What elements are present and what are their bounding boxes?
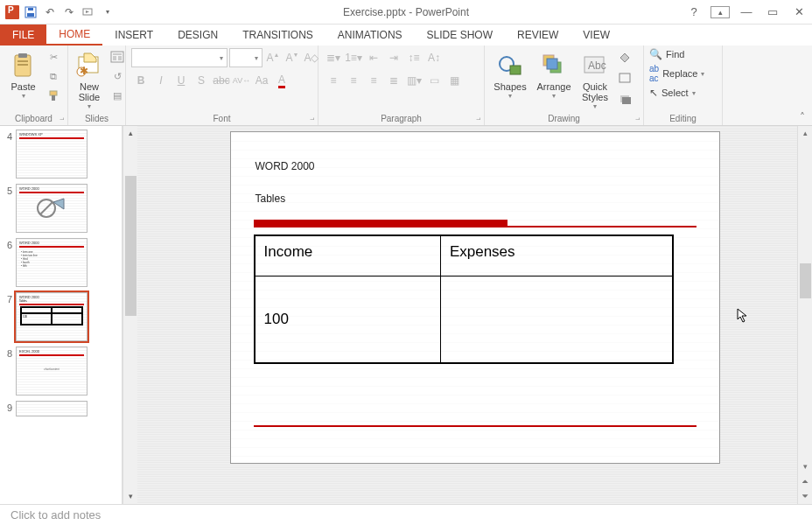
new-slide-button[interactable]: ✱ New Slide ▾: [74, 48, 105, 112]
reset-icon[interactable]: ↺: [108, 67, 126, 85]
thumb-slide-4[interactable]: WINDOWS XP: [16, 130, 88, 178]
minimize-icon[interactable]: —: [737, 5, 756, 18]
bullets-icon[interactable]: ≣▾: [324, 48, 343, 67]
replace-label: Replace: [662, 68, 697, 79]
find-button[interactable]: 🔍Find: [649, 48, 704, 60]
tab-insert[interactable]: INSERT: [102, 24, 165, 46]
thumbs-scrollbar[interactable]: ▴ ▾: [122, 126, 137, 504]
scroll-down-icon[interactable]: ▾: [123, 489, 137, 504]
layout-icon[interactable]: [108, 48, 126, 66]
tab-view[interactable]: VIEW: [570, 24, 622, 46]
scroll-up-icon[interactable]: ▴: [123, 126, 137, 141]
powerpoint-icon: [5, 5, 19, 19]
mini-title: WORD 2000: [17, 239, 87, 245]
scrollbar-thumb[interactable]: [800, 263, 811, 298]
ribbon-options-icon[interactable]: ▴: [710, 6, 730, 18]
tab-home[interactable]: HOME: [46, 24, 102, 46]
start-from-beginning-icon[interactable]: [80, 4, 96, 20]
prev-slide-icon[interactable]: ⏶: [798, 474, 812, 489]
change-case-icon[interactable]: Aa: [252, 71, 271, 90]
thumb-row-9: 9: [2, 401, 120, 416]
numbering-icon[interactable]: 1≡▾: [344, 48, 363, 67]
group-label-paragraph: Paragraph: [324, 113, 479, 123]
font-size-combo[interactable]: [229, 48, 262, 67]
save-icon[interactable]: [23, 4, 38, 20]
quick-styles-label: Quick Styles: [582, 81, 608, 102]
notes-pane[interactable]: Click to add notes: [0, 504, 812, 525]
cell-income-header[interactable]: Income: [255, 235, 441, 276]
restore-icon[interactable]: ▭: [763, 5, 782, 18]
increase-indent-icon[interactable]: ⇥: [384, 48, 403, 67]
format-painter-icon[interactable]: [45, 87, 62, 104]
decrease-font-icon[interactable]: A▼: [284, 52, 301, 64]
editor-scrollbar[interactable]: ▴ ▾ ⏶ ⏷: [797, 126, 812, 504]
shapes-button[interactable]: Shapes▾: [490, 48, 530, 102]
quick-styles-button[interactable]: Abc Quick Styles▾: [578, 48, 612, 112]
shape-fill-icon[interactable]: [616, 48, 634, 66]
thumb-slide-8[interactable]: EXCEL 2000chart/content: [16, 346, 88, 396]
close-icon[interactable]: ✕: [789, 5, 808, 18]
shape-outline-icon[interactable]: [616, 69, 634, 87]
italic-icon[interactable]: I: [151, 71, 171, 90]
copy-icon[interactable]: ⧉: [45, 67, 62, 85]
cell-expenses-header[interactable]: Expenses: [440, 235, 672, 276]
arrange-button[interactable]: Arrange▾: [534, 48, 574, 102]
cut-icon[interactable]: ✂: [45, 48, 62, 66]
align-center-icon[interactable]: ≡: [344, 71, 363, 90]
text-direction-icon[interactable]: A↕: [424, 48, 444, 67]
scroll-up-icon[interactable]: ▴: [798, 126, 812, 141]
slide-table[interactable]: Income Expenses 100: [254, 234, 674, 364]
shape-effects-icon[interactable]: [616, 90, 634, 108]
thumb-slide-9[interactable]: [16, 401, 88, 416]
shadow-icon[interactable]: S: [192, 71, 211, 90]
scrollbar-thumb[interactable]: [125, 176, 136, 316]
svg-rect-21: [547, 59, 557, 69]
select-label: Select: [662, 88, 689, 98]
tab-slideshow[interactable]: SLIDE SHOW: [415, 24, 505, 46]
qat-more-icon[interactable]: ▾: [100, 4, 116, 20]
tab-review[interactable]: REVIEW: [505, 24, 570, 46]
section-icon[interactable]: ▤: [108, 87, 126, 104]
font-family-combo[interactable]: [131, 48, 228, 67]
strikethrough-icon[interactable]: abc: [212, 71, 231, 90]
tab-animations[interactable]: ANIMATIONS: [326, 24, 415, 46]
current-slide[interactable]: WORD 2000 Tables Income Expenses 100: [230, 131, 720, 464]
thumb-slide-6[interactable]: WORD 2000 • item one• item two line• thi…: [16, 238, 88, 287]
align-text-icon[interactable]: ▭: [424, 71, 444, 90]
clear-formatting-icon[interactable]: A◇: [303, 52, 320, 64]
tab-design[interactable]: DESIGN: [165, 24, 230, 46]
select-button[interactable]: ↖Select▾: [649, 87, 704, 99]
mini-title: EXCEL 2000: [17, 347, 87, 354]
slide-title[interactable]: WORD 2000 Tables: [231, 132, 719, 216]
tab-file[interactable]: FILE: [0, 24, 46, 46]
paste-button[interactable]: Paste ▾: [5, 48, 41, 102]
line-spacing-icon[interactable]: ↕≡: [404, 48, 424, 67]
svg-rect-8: [50, 91, 57, 95]
find-icon: 🔍: [649, 48, 662, 60]
tab-transitions[interactable]: TRANSITIONS: [230, 24, 326, 46]
justify-icon[interactable]: ≣: [384, 71, 403, 90]
smartart-icon[interactable]: ▦: [444, 71, 464, 90]
char-spacing-icon[interactable]: AV↔: [232, 71, 251, 90]
font-color-icon[interactable]: A: [272, 71, 291, 90]
thumb-num: 6: [2, 238, 12, 250]
redo-icon[interactable]: ↷: [61, 4, 77, 20]
svg-rect-6: [18, 60, 28, 62]
thumb-num: 4: [2, 130, 12, 142]
underline-icon[interactable]: U: [172, 71, 191, 90]
undo-icon[interactable]: ↶: [42, 4, 58, 20]
increase-font-icon[interactable]: A▲: [264, 52, 282, 64]
cell-income-value[interactable]: 100: [255, 276, 441, 363]
columns-icon[interactable]: ▥▾: [404, 71, 424, 90]
thumb-slide-5[interactable]: WORD 2000: [16, 184, 88, 233]
bold-icon[interactable]: B: [131, 71, 150, 90]
thumb-slide-7[interactable]: WORD 2000Tables 100: [16, 292, 88, 341]
cell-expenses-value[interactable]: [440, 276, 672, 363]
decrease-indent-icon[interactable]: ⇤: [364, 48, 383, 67]
scroll-down-icon[interactable]: ▾: [798, 459, 812, 474]
align-right-icon[interactable]: ≡: [364, 71, 383, 90]
align-left-icon[interactable]: ≡: [324, 71, 343, 90]
help-icon[interactable]: ?: [684, 5, 704, 18]
replace-button[interactable]: abacReplace▾: [649, 64, 704, 83]
next-slide-icon[interactable]: ⏷: [798, 489, 812, 504]
